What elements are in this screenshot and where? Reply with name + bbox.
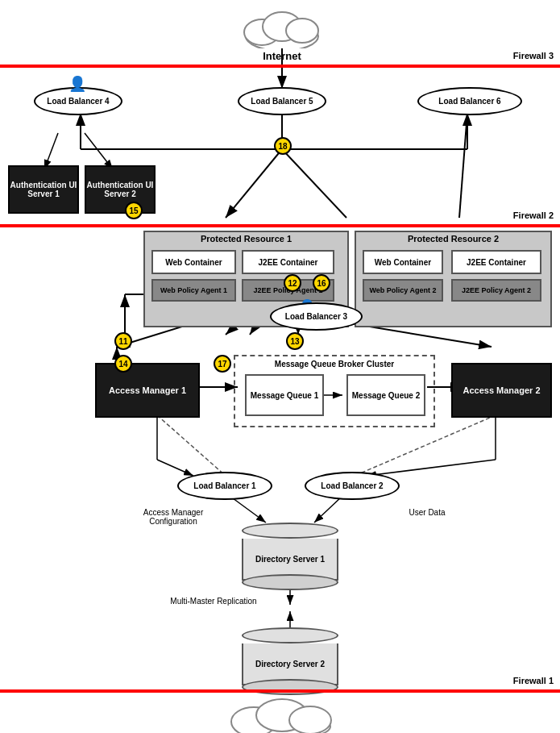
svg-point-42 <box>289 706 331 733</box>
firewall2-line <box>0 224 560 227</box>
j2ee-policy-agent-2: J2EE Policy Agent 2 <box>451 279 541 302</box>
svg-line-10 <box>282 149 346 218</box>
user-data-label: User Data <box>395 508 459 517</box>
badge-13: 13 <box>286 332 304 350</box>
auth-ui-server-1: Authentication UI Server 1 <box>8 165 79 214</box>
access-manager-2: Access Manager 2 <box>451 363 552 418</box>
svg-line-8 <box>85 133 113 169</box>
access-manager-1: Access Manager 1 <box>95 363 200 418</box>
mq-broker-label: Message Queue Broker Cluster <box>235 360 433 369</box>
protected-resource-2: Protected Resource 2 Web Container J2EE … <box>355 231 552 327</box>
firewall3-line <box>0 65 560 68</box>
message-queue-1: Message Queue 1 <box>245 374 324 416</box>
person-icon: 👤 <box>68 75 86 93</box>
firewall1-line <box>0 689 560 693</box>
badge-16: 16 <box>313 274 330 292</box>
svg-line-11 <box>459 113 467 218</box>
load-balancer-3: Load Balancer 3 <box>270 302 363 331</box>
svg-line-9 <box>226 149 282 218</box>
access-manager-config-label: Access Manager Configuration <box>133 508 214 526</box>
j2ee-container-1: J2EE Container <box>242 250 334 274</box>
svg-point-38 <box>286 19 318 43</box>
badge-18: 18 <box>274 137 292 155</box>
directory-server-2: Directory Server 2 <box>242 627 338 695</box>
intranet-cloud: Intranet <box>222 696 342 733</box>
mq-broker-cluster: Message Queue Broker Cluster Message Que… <box>234 355 435 427</box>
svg-line-7 <box>44 133 58 169</box>
svg-line-24 <box>230 496 266 523</box>
firewall2-label: Firewall 2 <box>513 210 554 220</box>
auth-ui-server-2: Authentication UI Server 2 <box>85 165 156 214</box>
internet-cloud: Internet <box>238 4 326 62</box>
web-policy-agent-1: Web Policy Agent 1 <box>151 279 236 302</box>
load-balancer-5: Load Balancer 5 <box>238 87 326 115</box>
svg-line-28 <box>157 415 226 476</box>
web-container-2: Web Container <box>363 250 443 274</box>
internet-label: Internet <box>238 50 326 62</box>
web-container-1: Web Container <box>151 250 236 274</box>
svg-line-25 <box>314 496 342 523</box>
badge-14: 14 <box>114 355 132 373</box>
load-balancer-2: Load Balancer 2 <box>305 472 400 500</box>
badge-15: 15 <box>125 202 143 219</box>
badge-12: 12 <box>284 274 301 292</box>
architecture-diagram: Internet Firewall 3 Load Balancer 5 18 L… <box>0 0 560 733</box>
load-balancer-6: Load Balancer 6 <box>417 87 522 115</box>
j2ee-container-2: J2EE Container <box>451 250 541 274</box>
load-balancer-1: Load Balancer 1 <box>177 472 272 500</box>
svg-line-23 <box>367 460 496 476</box>
message-queue-2: Message Queue 2 <box>346 374 425 416</box>
badge-11: 11 <box>114 332 132 350</box>
web-policy-agent-2: Web Policy Agent 2 <box>363 279 443 302</box>
firewall3-label: Firewall 3 <box>513 51 554 60</box>
directory-server-1: Directory Server 1 <box>242 523 338 590</box>
badge-17: 17 <box>214 355 231 373</box>
multi-master-label: Multi-Master Replication <box>161 597 266 606</box>
svg-line-21 <box>157 460 193 476</box>
firewall1-label: Firewall 1 <box>513 676 554 685</box>
